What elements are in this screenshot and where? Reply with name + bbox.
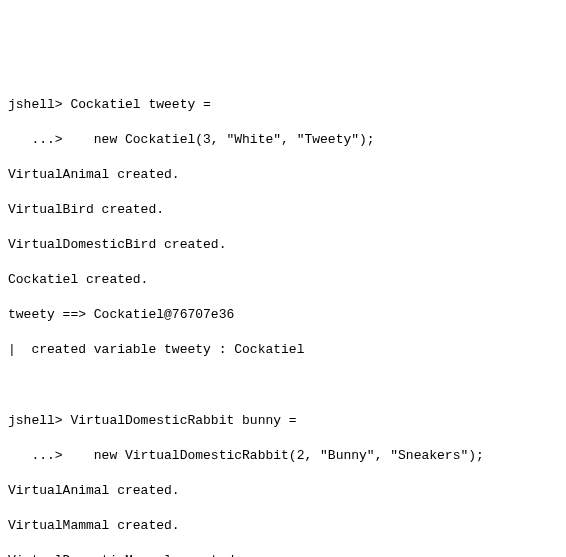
terminal-line: VirtualBird created. [8, 201, 558, 219]
terminal-line: VirtualMammal created. [8, 517, 558, 535]
terminal-line: ...> new VirtualDomesticRabbit(2, "Bunny… [8, 447, 558, 465]
terminal-line: tweety ==> Cockatiel@76707e36 [8, 306, 558, 324]
terminal-line: ...> new Cockatiel(3, "White", "Tweety")… [8, 131, 558, 149]
terminal-line: VirtualDomesticBird created. [8, 236, 558, 254]
terminal-line: VirtualDomesticMammal created. [8, 552, 558, 557]
terminal-line: VirtualAnimal created. [8, 166, 558, 184]
terminal-line: jshell> Cockatiel tweety = [8, 96, 558, 114]
terminal-line: VirtualAnimal created. [8, 482, 558, 500]
terminal-line: | created variable tweety : Cockatiel [8, 341, 558, 359]
terminal-line: jshell> VirtualDomesticRabbit bunny = [8, 412, 558, 430]
terminal-line [8, 376, 558, 394]
terminal-output: jshell> Cockatiel tweety = ...> new Cock… [8, 78, 558, 557]
terminal-line: Cockatiel created. [8, 271, 558, 289]
